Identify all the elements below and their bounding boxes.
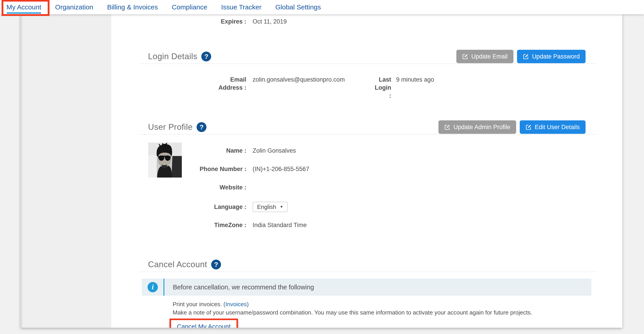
email-address-value: zolin.gonsalves@questionpro.com — [252, 76, 374, 84]
language-row: Language : English ▼ — [139, 202, 597, 212]
info-icon: i — [148, 282, 158, 292]
cancel-info-box: i Before cancellation, we recommend the … — [142, 279, 592, 296]
user-profile-body: Name : Zolin Gonsalves Phone Number : (I… — [139, 135, 597, 229]
cancel-my-account-link[interactable]: Cancel My Account — [177, 323, 231, 328]
tab-billing-invoices-label: Billing & Invoices — [107, 3, 158, 11]
login-details-title: Login Details — [148, 52, 197, 61]
active-tab-underline — [7, 12, 41, 14]
timezone-label: TimeZone : — [139, 221, 246, 229]
email-address-label: Email Address : — [139, 76, 246, 92]
phone-row: Phone Number : (IN)+1-206-855-5567 — [139, 165, 597, 173]
update-email-label: Update Email — [471, 53, 508, 60]
tab-organization[interactable]: Organization — [55, 3, 93, 11]
tab-billing-invoices[interactable]: Billing & Invoices — [107, 3, 158, 11]
website-row: Website : — [139, 183, 597, 191]
info-box-title: Before cancellation, we recommend the fo… — [173, 283, 314, 291]
expires-value: Oct 11, 2019 — [252, 18, 287, 26]
user-profile-title: User Profile — [148, 122, 192, 132]
language-dropdown-value: English — [257, 203, 276, 211]
update-email-button[interactable]: Update Email — [456, 50, 514, 63]
edit-icon — [462, 54, 468, 60]
tab-issue-tracker[interactable]: Issue Tracker — [221, 3, 261, 11]
user-profile-header: User Profile ? Update Admin Profile Edit… — [139, 120, 597, 134]
expires-label: Expires : — [139, 18, 246, 26]
help-icon[interactable]: ? — [211, 260, 221, 269]
tab-global-settings[interactable]: Global Settings — [275, 3, 321, 11]
tab-organization-label: Organization — [55, 3, 93, 11]
website-label: Website : — [139, 183, 246, 191]
last-login-value: 9 minutes ago — [396, 76, 434, 84]
tab-my-account[interactable]: My Account — [6, 3, 41, 11]
content-area: Expires : Oct 11, 2019 Login Details ? U… — [111, 14, 622, 328]
phone-value: (IN)+1-206-855-5567 — [252, 165, 309, 173]
name-value: Zolin Gonsalves — [252, 147, 296, 155]
info-box-divider — [164, 279, 164, 296]
license-expires-row: Expires : Oct 11, 2019 — [139, 18, 597, 26]
cancel-account-header: Cancel Account ? — [139, 258, 597, 271]
edit-icon — [526, 124, 532, 130]
print-invoices-line: Print your invoices. (Invoices) — [173, 300, 597, 308]
top-navigation: My Account Organization Billing & Invoic… — [0, 0, 644, 14]
tab-issue-tracker-label: Issue Tracker — [221, 3, 261, 11]
settings-sidebar — [20, 14, 111, 328]
cancel-instructions: Print your invoices. (Invoices) Make a n… — [173, 300, 597, 328]
name-row: Name : Zolin Gonsalves — [139, 147, 597, 155]
main-panel: Expires : Oct 11, 2019 Login Details ? U… — [20, 14, 622, 328]
section-divider — [139, 272, 597, 272]
update-admin-profile-button[interactable]: Update Admin Profile — [438, 120, 516, 134]
tab-global-settings-label: Global Settings — [275, 3, 321, 11]
language-dropdown[interactable]: English ▼ — [252, 202, 288, 212]
login-details-row: Email Address : zolin.gonsalves@question… — [139, 76, 597, 100]
login-details-header: Login Details ? Update Email Update Pass… — [139, 50, 597, 63]
edit-icon — [444, 124, 450, 130]
invoices-link[interactable]: Invoices — [226, 301, 247, 307]
edit-icon — [523, 54, 529, 60]
cancel-account-title: Cancel Account — [148, 260, 207, 269]
avatar — [148, 143, 182, 178]
language-label: Language : — [139, 202, 246, 212]
last-login-label: Last Login : — [374, 76, 391, 100]
tab-compliance-label: Compliance — [172, 3, 207, 11]
tab-compliance[interactable]: Compliance — [172, 3, 207, 11]
update-password-label: Update Password — [532, 53, 580, 60]
section-divider — [139, 64, 597, 64]
timezone-row: TimeZone : India Standard Time — [139, 221, 597, 229]
chevron-down-icon: ▼ — [280, 203, 283, 211]
annotation-box-cancel-account: Cancel My Account — [170, 318, 238, 328]
timezone-value: India Standard Time — [252, 221, 307, 229]
update-password-button[interactable]: Update Password — [517, 50, 586, 63]
tab-my-account-label: My Account — [6, 3, 41, 11]
username-password-line: Make a note of your username/password co… — [173, 308, 597, 317]
help-icon[interactable]: ? — [196, 122, 206, 132]
edit-user-details-label: Edit User Details — [535, 124, 580, 131]
edit-user-details-button[interactable]: Edit User Details — [520, 120, 586, 134]
update-admin-profile-label: Update Admin Profile — [454, 124, 510, 131]
help-icon[interactable]: ? — [201, 52, 211, 61]
